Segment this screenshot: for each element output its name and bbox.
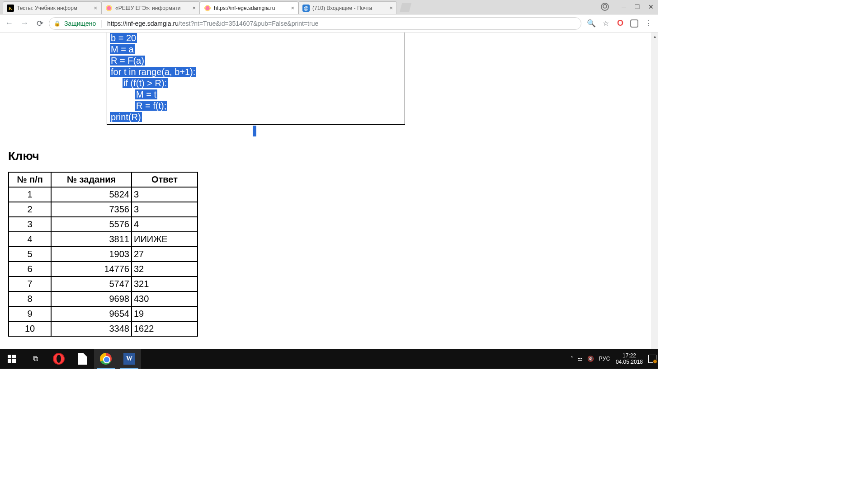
start-button[interactable] [0, 349, 24, 369]
action-center-icon[interactable] [648, 355, 656, 363]
close-tab-icon[interactable]: × [290, 4, 295, 12]
code-line: M = a [110, 44, 135, 54]
table-cell: 3348 [51, 321, 132, 336]
taskbar-app-file[interactable] [71, 349, 94, 369]
vertical-scrollbar[interactable]: ▴ [651, 33, 658, 349]
table-row: 273563 [9, 202, 198, 217]
system-tray[interactable]: ˄ ⚍ 🔇 РУС [571, 356, 610, 362]
table-cell: 4 [9, 232, 51, 247]
table-cell: 5576 [51, 217, 132, 232]
table-row: 61477632 [9, 262, 198, 277]
tray-chevron-icon[interactable]: ˄ [571, 356, 573, 362]
table-cell: 2 [9, 202, 51, 217]
code-line: print(R) [110, 112, 142, 122]
taskbar-app-chrome[interactable] [94, 349, 118, 369]
table-cell: 9698 [51, 291, 132, 306]
table-cell: ИИИЖЕ [132, 232, 198, 247]
close-tab-icon[interactable]: × [93, 4, 98, 12]
table-cell: 430 [132, 291, 198, 306]
table-cell: 1903 [51, 247, 132, 262]
input-language[interactable]: РУС [599, 356, 610, 362]
tab-title: https://inf-ege.sdamgia.ru [214, 5, 287, 11]
svg-rect-1 [12, 355, 16, 358]
answer-key-heading: Ключ [8, 149, 39, 163]
table-row: 75747321 [9, 277, 198, 291]
selection-caret [253, 126, 256, 136]
close-window-button[interactable]: ✕ [648, 3, 654, 10]
taskbar-app-word[interactable]: W [118, 349, 141, 369]
taskbar-clock[interactable]: 17:22 04.05.2018 [616, 352, 643, 365]
window-controls: ─ ☐ ✕ [601, 0, 658, 14]
table-cell: 7356 [51, 202, 132, 217]
table-cell: 27 [132, 247, 198, 262]
table-row: 43811ИИИЖЕ [9, 232, 198, 247]
forward-button[interactable]: → [18, 17, 31, 30]
browser-tab[interactable]: https://inf-ege.sdamgia.ru× [200, 1, 298, 14]
table-cell: 1 [9, 187, 51, 202]
reshu-favicon-icon [204, 5, 211, 12]
task-view-button[interactable]: ⧉ [24, 349, 47, 369]
wifi-icon[interactable]: ⚍ [578, 356, 583, 362]
table-cell: 5 [9, 247, 51, 262]
windows-taskbar: ⧉ W ˄ ⚍ 🔇 РУС 17:22 04.05.2018 [0, 349, 658, 369]
profile-icon[interactable] [601, 3, 609, 11]
table-cell: 8 [9, 291, 51, 306]
minimize-button[interactable]: ─ [622, 3, 626, 10]
close-tab-icon[interactable]: × [388, 4, 394, 12]
extension-icon[interactable] [630, 19, 638, 28]
secure-label: Защищено [64, 20, 96, 27]
reload-button[interactable]: ⟳ [33, 17, 46, 30]
code-line: R = f(t); [135, 101, 167, 111]
table-header: № задания [51, 172, 132, 187]
table-cell: 4 [132, 217, 198, 232]
table-cell: 19 [132, 306, 198, 321]
maximize-button[interactable]: ☐ [634, 3, 640, 10]
browser-tab[interactable]: «РЕШУ ЕГЭ»: информати× [101, 1, 200, 14]
table-row: 1033481622 [9, 321, 198, 336]
svg-rect-0 [8, 355, 11, 358]
table-header: № п/п [9, 172, 51, 187]
omnibox[interactable]: 🔒 Защищено │ https://inf-ege.sdamgia.ru/… [49, 17, 581, 30]
table-header: Ответ [132, 172, 198, 187]
table-cell: 5824 [51, 187, 132, 202]
url-text: https://inf-ege.sdamgia.ru/test?nt=True&… [107, 20, 318, 27]
svg-rect-2 [8, 359, 11, 363]
browser-tab-strip: KТесты: Учебник информ×«РЕШУ ЕГЭ»: инфор… [0, 0, 658, 14]
menu-dots-icon[interactable]: ⋮ [644, 19, 653, 28]
table-cell: 3 [132, 202, 198, 217]
table-cell: 3 [9, 217, 51, 232]
table-cell: 3 [132, 187, 198, 202]
taskbar-app-opera[interactable] [47, 349, 71, 369]
code-line: b = 20 [110, 33, 137, 43]
table-row: 89698430 [9, 291, 198, 306]
lock-icon: 🔒 [54, 20, 61, 27]
answer-key-table: № п/п№ заданияОтвет 15824327356335576443… [8, 172, 198, 337]
code-line: M = t [135, 89, 157, 99]
new-tab-button[interactable] [400, 3, 411, 12]
code-box: b = 20M = aR = F(a)for t in range(a, b+1… [107, 33, 405, 125]
volume-mute-icon[interactable]: 🔇 [587, 356, 594, 362]
mail-favicon-icon: @ [302, 5, 310, 12]
page-viewport: b = 20M = aR = F(a)for t in range(a, b+1… [0, 33, 651, 349]
table-row: 9965419 [9, 306, 198, 321]
zoom-icon[interactable]: 🔍 [587, 19, 596, 28]
table-cell: 1622 [132, 321, 198, 336]
opera-ext-icon[interactable]: O [616, 19, 625, 28]
close-tab-icon[interactable]: × [191, 4, 197, 12]
tab-title: «РЕШУ ЕГЭ»: информати [115, 5, 189, 11]
browser-tab[interactable]: KТесты: Учебник информ× [3, 1, 101, 14]
browser-tab[interactable]: @(710) Входящие - Почта× [298, 1, 397, 14]
bookmark-star-icon[interactable]: ☆ [601, 19, 610, 28]
code-listing[interactable]: b = 20M = aR = F(a)for t in range(a, b+1… [107, 33, 405, 123]
back-button[interactable]: ← [3, 17, 15, 30]
table-row: 355764 [9, 217, 198, 232]
scroll-up-button[interactable]: ▴ [651, 33, 658, 40]
k-favicon-icon: K [7, 5, 14, 12]
svg-rect-3 [12, 359, 16, 363]
table-cell: 14776 [51, 262, 132, 277]
table-cell: 6 [9, 262, 51, 277]
toolbar-right: 🔍 ☆ O ⋮ [584, 19, 656, 28]
tab-title: Тесты: Учебник информ [17, 5, 90, 11]
table-row: 5190327 [9, 247, 198, 262]
tab-title: (710) Входящие - Почта [312, 5, 386, 11]
